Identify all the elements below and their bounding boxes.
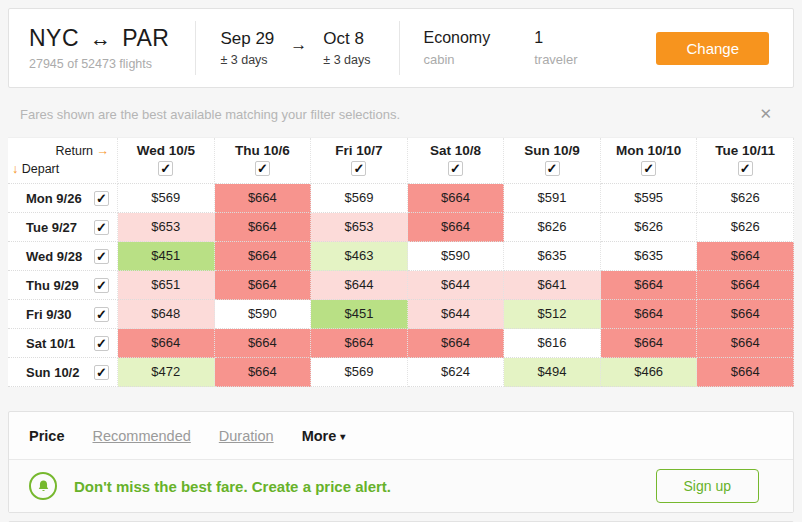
fare-cell[interactable]: $664 [601,329,698,358]
fare-cell[interactable]: $664 [215,213,312,242]
fare-cell[interactable]: $664 [215,271,312,300]
fare-cell[interactable]: $494 [504,358,601,387]
fare-cell[interactable]: $616 [504,329,601,358]
row-header-label: Sun 10/2 [26,365,79,380]
fare-cell[interactable]: $635 [601,242,698,271]
fare-cell[interactable]: $644 [408,271,505,300]
depart-row-header: Thu 9/29✓ [8,271,118,300]
row-checkbox[interactable]: ✓ [94,307,109,322]
origin-code: NYC [29,25,79,51]
depart-row-header: Sun 10/2✓ [8,358,118,387]
fare-cell[interactable]: $451 [311,300,408,329]
fare-cell[interactable]: $635 [504,242,601,271]
fare-cell[interactable]: $641 [504,271,601,300]
round-trip-arrow-icon: ↔ [86,27,116,50]
depart-row-header: Sat 10/1✓ [8,329,118,358]
fare-matrix: Return → ↓ Depart Wed 10/5✓Thu 10/6✓Fri … [8,137,794,387]
fare-cell[interactable]: $463 [311,242,408,271]
depart-date-block: Sep 29 ± 3 days [220,29,274,67]
depart-row-header: Wed 9/28✓ [8,242,118,271]
return-arrow-icon: → [97,144,110,158]
fare-cell[interactable]: $651 [118,271,215,300]
fare-cell[interactable]: $664 [408,184,505,213]
fare-cell[interactable]: $664 [215,329,312,358]
fare-cell[interactable]: $664 [215,184,312,213]
fare-cell[interactable]: $451 [118,242,215,271]
fare-cell[interactable]: $664 [215,358,312,387]
return-flex: ± 3 days [323,53,370,67]
cabin-value: Economy [424,29,491,47]
fare-cell[interactable]: $591 [504,184,601,213]
travelers-block: 1 traveler [534,29,577,67]
fare-cell[interactable]: $664 [697,329,794,358]
fare-cell[interactable]: $664 [601,271,698,300]
fare-cell[interactable]: $626 [504,213,601,242]
return-column-header: Tue 10/11✓ [697,138,794,184]
depart-arrow-icon: ↓ [12,162,18,176]
fare-cell[interactable]: $512 [504,300,601,329]
fare-cell[interactable]: $590 [408,242,505,271]
fare-cell[interactable]: $466 [601,358,698,387]
return-column-header: Mon 10/10✓ [601,138,698,184]
return-column-header: Sat 10/8✓ [408,138,505,184]
route-block: NYC ↔ PAR 27945 of 52473 flights [9,25,195,71]
tab-price[interactable]: Price [29,428,64,444]
fare-cell[interactable]: $664 [601,300,698,329]
row-checkbox[interactable]: ✓ [94,365,109,380]
filter-notice: Fares shown are the best available match… [0,88,802,137]
fare-cell[interactable]: $624 [408,358,505,387]
close-icon[interactable]: ✕ [759,105,772,123]
depart-date: Sep 29 [220,29,274,49]
search-summary-bar: NYC ↔ PAR 27945 of 52473 flights Sep 29 … [8,8,794,88]
fare-cell[interactable]: $626 [697,213,794,242]
fare-cell[interactable]: $644 [311,271,408,300]
column-checkbox[interactable]: ✓ [158,161,173,176]
column-checkbox[interactable]: ✓ [641,161,656,176]
fare-cell[interactable]: $664 [311,329,408,358]
fare-cell[interactable]: $664 [408,329,505,358]
dates-block: Sep 29 ± 3 days → Oct 8 ± 3 days [196,29,398,67]
row-checkbox[interactable]: ✓ [94,220,109,235]
column-checkbox[interactable]: ✓ [738,161,753,176]
return-column-header: Thu 10/6✓ [215,138,312,184]
fare-cell[interactable]: $664 [697,358,794,387]
fare-cell[interactable]: $664 [408,213,505,242]
row-checkbox[interactable]: ✓ [94,191,109,206]
route-title: NYC ↔ PAR [29,25,169,52]
fare-cell[interactable]: $569 [311,358,408,387]
depart-row-header: Fri 9/30✓ [8,300,118,329]
fare-cell[interactable]: $590 [215,300,312,329]
tab-recommended[interactable]: Recommended [92,428,190,444]
fare-cell[interactable]: $595 [601,184,698,213]
fare-cell[interactable]: $626 [697,184,794,213]
row-checkbox[interactable]: ✓ [94,336,109,351]
column-header-label: Sat 10/8 [408,143,504,158]
chevron-down-icon: ▾ [340,431,345,442]
fare-cell[interactable]: $664 [697,271,794,300]
return-column-header: Fri 10/7✓ [311,138,408,184]
fare-cell[interactable]: $648 [118,300,215,329]
fare-cell[interactable]: $664 [697,242,794,271]
depart-flex: ± 3 days [220,53,274,67]
fare-cell[interactable]: $664 [215,242,312,271]
tab-duration[interactable]: Duration [219,428,274,444]
fare-cell[interactable]: $472 [118,358,215,387]
column-checkbox[interactable]: ✓ [255,161,270,176]
change-button[interactable]: Change [656,32,769,65]
fare-cell[interactable]: $653 [311,213,408,242]
sign-up-button[interactable]: Sign up [656,469,759,503]
tab-more[interactable]: More ▾ [302,428,346,444]
fare-cell[interactable]: $653 [118,213,215,242]
row-checkbox[interactable]: ✓ [94,278,109,293]
column-checkbox[interactable]: ✓ [351,161,366,176]
column-checkbox[interactable]: ✓ [545,161,560,176]
fare-cell[interactable]: $626 [601,213,698,242]
column-checkbox[interactable]: ✓ [448,161,463,176]
fare-cell[interactable]: $664 [697,300,794,329]
fare-cell[interactable]: $569 [118,184,215,213]
fare-cell[interactable]: $569 [311,184,408,213]
fare-cell[interactable]: $664 [118,329,215,358]
fare-cell[interactable]: $644 [408,300,505,329]
sort-tabs: Price Recommended Duration More ▾ [9,412,793,459]
row-checkbox[interactable]: ✓ [94,249,109,264]
